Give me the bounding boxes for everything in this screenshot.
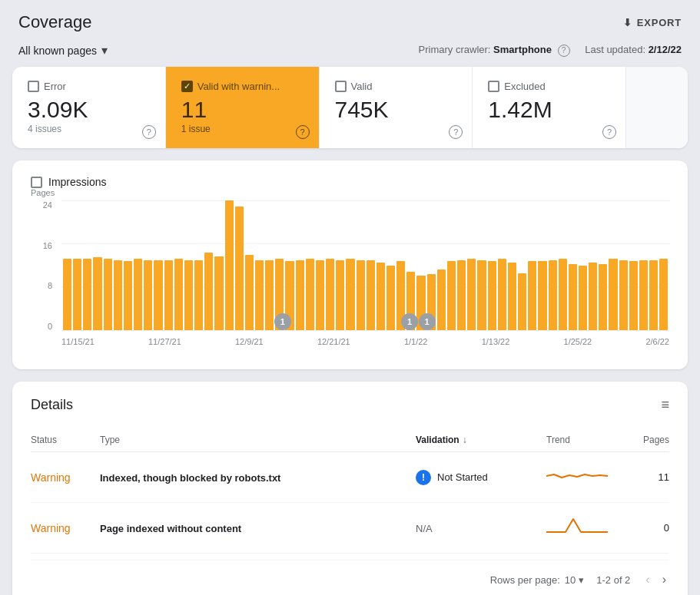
bar-item[interactable] (336, 260, 344, 330)
bar-item[interactable] (528, 261, 536, 330)
bar-item[interactable] (518, 273, 526, 330)
last-updated: Last updated: 2/12/22 (585, 44, 682, 55)
rows-per-page: Rows per page: 10 ▾ (490, 574, 585, 586)
bar-item[interactable] (569, 264, 577, 330)
valid-warning-checkbox[interactable]: ✓ (181, 81, 193, 92)
prev-page-button[interactable]: ‹ (642, 570, 652, 590)
bar-item[interactable] (477, 260, 486, 330)
bar-item[interactable] (538, 261, 546, 330)
bar-item[interactable] (63, 259, 71, 330)
annotation-1[interactable]: 1 (274, 313, 291, 330)
bar-item[interactable] (447, 261, 456, 330)
excluded-checkbox[interactable] (488, 81, 499, 92)
bar-item[interactable] (508, 263, 516, 330)
bar-item[interactable] (549, 260, 557, 330)
excluded-count: 1.42M (488, 97, 610, 122)
annotation-2[interactable]: 1 (401, 313, 418, 330)
row1-pages: 11 (623, 471, 669, 483)
bar-item[interactable] (83, 259, 91, 330)
help-icon[interactable]: ? (558, 45, 570, 57)
bar-item[interactable] (326, 259, 334, 330)
bar-item[interactable] (437, 269, 446, 330)
header: Coverage ⬇ EXPORT (0, 0, 700, 40)
bar-item[interactable] (134, 259, 142, 330)
bar-item[interactable] (457, 260, 466, 330)
excluded-help-icon[interactable]: ? (602, 125, 616, 139)
bar-item[interactable] (488, 261, 496, 330)
error-checkbox[interactable] (28, 81, 39, 92)
bar-item[interactable] (124, 261, 132, 330)
filter-icon[interactable]: ≡ (661, 397, 669, 413)
bar-item[interactable] (225, 200, 234, 330)
bar-item[interactable] (589, 263, 597, 330)
valid-checkbox[interactable] (335, 81, 347, 92)
col-header-validation[interactable]: Validation ↓ (416, 435, 546, 445)
impressions-checkbox[interactable] (31, 177, 42, 188)
validation-badge-icon: ! (416, 470, 431, 485)
bar-item[interactable] (357, 260, 365, 330)
bar-item[interactable] (639, 260, 648, 330)
status-card-valid-warning[interactable]: ✓ Valid with warnin... 11 1 issue ? (166, 67, 320, 148)
bar-item[interactable] (649, 260, 658, 330)
details-header: Details ≡ (31, 397, 669, 413)
sort-arrow-icon: ↓ (463, 435, 467, 445)
valid-warning-label: Valid with warnin... (197, 81, 280, 92)
table-header: Status Type Validation ↓ Trend Pages (31, 428, 669, 452)
bar-item[interactable] (629, 261, 638, 330)
status-card-error[interactable]: Error 3.09K 4 issues ? (12, 67, 166, 148)
bar-item[interactable] (659, 259, 668, 330)
bar-item[interactable] (498, 259, 506, 330)
rows-per-page-select[interactable]: 10 ▾ (565, 574, 584, 586)
bar-item[interactable] (214, 256, 223, 330)
bar-item[interactable] (194, 260, 203, 330)
status-card-valid[interactable]: Valid 745K ? (320, 67, 473, 148)
row2-status: Warning (31, 522, 100, 534)
bar-item[interactable] (73, 259, 81, 330)
page-info: 1-2 of 2 (596, 574, 630, 586)
bar-item[interactable] (265, 260, 274, 330)
bar-item[interactable] (296, 260, 304, 330)
chart-area: Pages 24 16 8 0 1 1 1 (31, 200, 669, 354)
bar-item[interactable] (154, 260, 162, 330)
status-card-empty (626, 67, 688, 148)
bar-item[interactable] (255, 260, 264, 330)
export-button[interactable]: ⬇ EXPORT (623, 17, 682, 28)
bar-item[interactable] (144, 260, 152, 330)
bar-item[interactable] (104, 259, 112, 330)
bar-item[interactable] (93, 257, 101, 330)
bar-item[interactable] (599, 264, 607, 330)
bar-item[interactable] (204, 253, 213, 330)
col-header-trend: Trend (546, 435, 623, 445)
valid-warning-help-icon[interactable]: ? (296, 125, 310, 139)
bar-item[interactable] (235, 207, 244, 330)
row2-pages: 0 (623, 522, 669, 534)
row1-validation-text: Not Started (437, 471, 488, 483)
bar-item[interactable] (579, 266, 587, 331)
annotation-3[interactable]: 1 (419, 313, 436, 330)
valid-warning-sub: 1 issue (181, 124, 304, 134)
bar-item[interactable] (316, 260, 324, 330)
bar-item[interactable] (619, 260, 628, 330)
bar-item[interactable] (609, 259, 617, 330)
bar-item[interactable] (184, 260, 193, 330)
bar-item[interactable] (367, 260, 375, 330)
bar-item[interactable] (467, 259, 476, 330)
bar-item[interactable] (245, 255, 254, 330)
filter-dropdown[interactable]: All known pages ▾ (18, 43, 108, 58)
error-count: 3.09K (28, 97, 150, 122)
error-help-icon[interactable]: ? (142, 125, 156, 139)
main-content: Error 3.09K 4 issues ? ✓ Valid with warn… (0, 67, 700, 595)
bar-item[interactable] (164, 260, 173, 330)
status-card-excluded[interactable]: Excluded 1.42M ? (473, 67, 626, 148)
bar-item[interactable] (114, 260, 122, 330)
bar-item[interactable] (346, 259, 354, 330)
bar-item[interactable] (377, 263, 385, 330)
bar-item[interactable] (559, 259, 567, 330)
bar-item[interactable] (386, 266, 395, 331)
bar-item[interactable] (174, 259, 183, 330)
row2-validation: N/A (416, 522, 546, 534)
next-page-button[interactable]: › (659, 570, 669, 590)
filter-label: All known pages (18, 45, 97, 57)
bar-item[interactable] (306, 259, 314, 330)
valid-help-icon[interactable]: ? (449, 125, 463, 139)
